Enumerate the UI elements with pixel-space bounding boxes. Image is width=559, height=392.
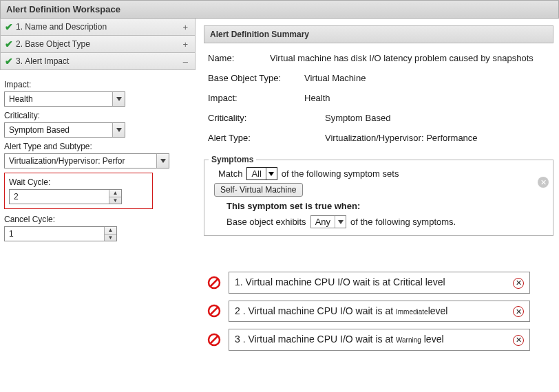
chevron-down-icon[interactable] (335, 216, 346, 228)
svg-marker-4 (338, 220, 344, 224)
symptom-text-pre: Virtual machine CPU I/O wait is at (248, 334, 393, 345)
svg-line-6 (211, 279, 218, 286)
svg-line-10 (211, 336, 218, 343)
stepper-down-icon[interactable]: ▼ (109, 197, 121, 204)
wait-cycle-label: Wait Cycle: (9, 177, 148, 187)
step-num: 2. (16, 39, 23, 49)
check-icon: ✔ (5, 56, 13, 67)
svg-line-8 (211, 307, 218, 315)
summary-bot-label: Base Object Type: (208, 73, 304, 83)
step-label: Name and Description (25, 22, 107, 32)
summary-crit-label: Criticality: (208, 113, 325, 123)
match-value: All (247, 168, 265, 179)
forbidden-icon (207, 303, 222, 318)
symptom-text-pre: Virtual machine CPU I/O wait is at (248, 305, 393, 316)
expand-icon[interactable]: + (180, 39, 191, 50)
step-alert-impact[interactable]: ✔ 3. Alert Impact – (0, 53, 196, 70)
summary-body: Name: Virtual machine has disk I/O laten… (204, 43, 553, 154)
list-item: 2 . Virtual machine CPU I/O wait is at I… (207, 301, 530, 323)
impact-select[interactable]: Health (4, 91, 125, 107)
summary-bot-value: Virtual Machine (304, 73, 551, 83)
expand-icon[interactable]: + (180, 22, 191, 32)
symptom-list: 1. Virtual machine CPU I/O wait is at Cr… (207, 272, 530, 351)
criticality-label: Criticality: (4, 111, 191, 120)
step-num: 1. (16, 22, 23, 32)
summary-impact-value: Health (304, 93, 551, 103)
stepper-down-icon[interactable]: ▼ (105, 234, 116, 241)
summary-name-value: Virtual machine has disk I/O latency pro… (270, 53, 551, 63)
chevron-down-icon[interactable] (112, 92, 125, 106)
chevron-down-icon[interactable] (112, 123, 125, 137)
remove-icon[interactable]: ✕ (513, 306, 524, 317)
forbidden-icon (207, 332, 222, 347)
check-icon: ✔ (5, 39, 13, 50)
summary-atype-value: Virtualization/Hypervisor: Performance (325, 133, 551, 143)
chevron-down-icon[interactable] (156, 154, 169, 168)
symptom-item[interactable]: 1. Virtual machine CPU I/O wait is at Cr… (229, 272, 530, 294)
match-select[interactable]: All (246, 167, 277, 180)
step-name-description[interactable]: ✔ 1. Name and Description + (0, 19, 196, 36)
match-lead: Match (218, 168, 242, 179)
symptom-text-post: level (424, 334, 444, 345)
svg-marker-3 (268, 172, 274, 176)
check-icon: ✔ (5, 21, 13, 32)
symptom-set-title: This symptom set is true when: (226, 201, 546, 211)
wait-cycle-value: 2 (10, 190, 109, 204)
alert-type-select[interactable]: Virtualization/Hypervisor: Perfor (4, 153, 169, 168)
set-tail: of the following symptoms. (350, 217, 456, 227)
collapse-icon[interactable]: – (180, 56, 191, 67)
symptom-num: 2 . (235, 305, 246, 316)
set-lead: Base object exhibits (226, 217, 306, 227)
step-label: Alert Impact (25, 56, 69, 66)
symptom-text-post: level (428, 305, 448, 316)
alert-impact-form: Impact: Health Criticality: Symptom Base… (0, 70, 196, 248)
symptom-text: Virtual machine CPU I/O wait is at Criti… (246, 276, 445, 287)
alert-type-label: Alert Type and Subtype: (4, 142, 191, 151)
summary-impact-label: Impact: (208, 93, 304, 103)
cancel-cycle-value: 1 (5, 227, 104, 241)
remove-icon[interactable]: ✕ (513, 335, 524, 346)
symptom-num: 3 . (235, 334, 246, 345)
step-base-object-type[interactable]: ✔ 2. Base Object Type + (0, 36, 196, 53)
step-label: Base Object Type (25, 39, 90, 49)
set-match-select[interactable]: Any (310, 215, 346, 228)
step-num: 3. (16, 56, 23, 66)
forbidden-icon (207, 275, 222, 290)
criticality-select[interactable]: Symptom Based (4, 122, 125, 138)
stepper-up-icon[interactable]: ▲ (105, 227, 116, 234)
symptoms-legend: Symptoms (209, 155, 256, 164)
impact-value: Health (5, 92, 112, 106)
criticality-value: Symptom Based (5, 123, 112, 137)
chevron-down-icon[interactable] (266, 168, 277, 179)
symptoms-group: Symptoms ✕ Match All of the following sy… (204, 160, 553, 236)
symptom-severity: Immediate (396, 308, 428, 316)
list-item: 3 . Virtual machine CPU I/O wait is at W… (207, 329, 530, 351)
set-match-value: Any (311, 216, 335, 228)
symptom-num: 1. (235, 276, 243, 287)
remove-icon[interactable]: ✕ (513, 278, 524, 289)
stepper-up-icon[interactable]: ▲ (109, 190, 121, 197)
close-icon[interactable]: ✕ (538, 177, 549, 188)
list-item: 1. Virtual machine CPU I/O wait is at Cr… (207, 272, 530, 294)
svg-marker-1 (116, 128, 122, 132)
wait-cycle-stepper[interactable]: 2 ▲ ▼ (9, 189, 122, 204)
match-tail: of the following symptom sets (282, 168, 399, 179)
svg-marker-2 (160, 159, 166, 163)
left-panel: ✔ 1. Name and Description + ✔ 2. Base Ob… (0, 19, 196, 248)
symptom-severity: Warning (396, 336, 421, 344)
cancel-cycle-stepper[interactable]: 1 ▲ ▼ (4, 226, 117, 241)
symptom-item[interactable]: 2 . Virtual machine CPU I/O wait is at I… (229, 301, 530, 323)
svg-marker-0 (116, 97, 122, 101)
alert-type-value: Virtualization/Hypervisor: Perfor (5, 154, 156, 168)
impact-label: Impact: (4, 80, 191, 89)
summary-crit-value: Symptom Based (325, 113, 551, 123)
summary-header: Alert Definition Summary (204, 25, 553, 43)
symptom-item[interactable]: 3 . Virtual machine CPU I/O wait is at W… (229, 329, 530, 351)
symptom-scope-tab[interactable]: Self- Virtual Machine (214, 183, 303, 197)
workspace-title: Alert Definition Workspace (0, 0, 559, 19)
summary-atype-label: Alert Type: (208, 133, 325, 143)
right-panel: Alert Definition Summary Name: Virtual m… (196, 19, 559, 241)
summary-name-label: Name: (208, 53, 270, 63)
wait-cycle-highlight: Wait Cycle: 2 ▲ ▼ (4, 173, 153, 209)
cancel-cycle-label: Cancel Cycle: (4, 215, 191, 224)
